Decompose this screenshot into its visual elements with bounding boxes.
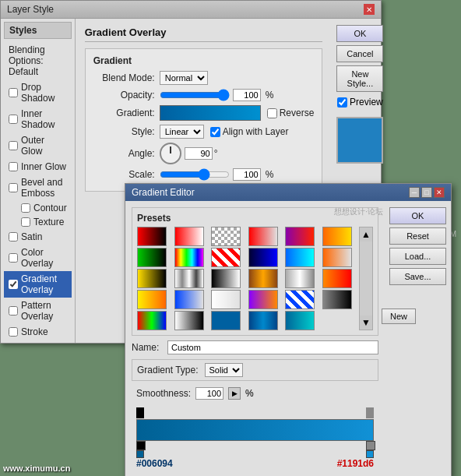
color-stops-labels-row: #006094 #1191d6 [132,457,378,471]
preset-swatch-11[interactable] [285,248,315,267]
sidebar-item-blending-options[interactable]: Blending Options: Default [4,42,72,79]
drop-shadow-checkbox[interactable] [9,88,18,97]
preview-checkbox[interactable] [337,97,347,108]
drop-shadow-label: Drop Shadow [21,82,67,104]
preset-swatch-12[interactable] [322,248,352,267]
reverse-checkbox[interactable] [267,108,277,118]
sidebar-item-drop-shadow[interactable]: Drop Shadow [4,79,72,106]
gradient-section-title: Gradient [93,55,315,66]
name-input[interactable] [167,340,378,354]
preset-swatch-29[interactable] [285,311,315,330]
opacity-value-input[interactable] [233,89,261,101]
sidebar-item-stroke[interactable]: Stroke [4,324,72,340]
contour-checkbox[interactable] [21,203,30,213]
align-with-layer-checkbox[interactable] [210,127,220,137]
sidebar-item-contour[interactable]: Contour [4,201,72,215]
reverse-label: Reverse [280,108,315,118]
preset-swatch-26[interactable] [174,311,204,330]
presets-scroll-up[interactable]: ▲ [360,227,372,242]
dialog-close-button[interactable]: ✕ [364,4,375,15]
ge-close-button[interactable]: ✕ [434,187,445,198]
scale-value-input[interactable] [233,168,261,181]
preset-swatch-5[interactable] [285,227,315,246]
presets-scroll-down[interactable]: ▼ [360,316,372,330]
stroke-checkbox[interactable] [9,327,18,337]
preset-swatch-10[interactable] [248,248,278,267]
ge-maximize-button[interactable]: □ [421,187,432,198]
smoothness-input[interactable] [195,387,223,400]
preset-swatch-25[interactable] [137,311,167,330]
outer-glow-checkbox[interactable] [9,141,18,150]
blend-mode-select[interactable]: Normal [160,71,208,85]
blending-options-label: Blending Options: Default [9,44,67,77]
satin-checkbox[interactable] [9,232,18,242]
opacity-slider[interactable] [160,90,230,100]
bevel-emboss-label: Bevel and Emboss [21,177,67,199]
gradient-bar[interactable] [136,419,374,441]
preset-swatch-9[interactable] [211,248,241,267]
sidebar-item-texture[interactable]: Texture [4,215,72,229]
sidebar-item-gradient-overlay[interactable]: Gradient Overlay [4,271,72,298]
preset-swatch-14[interactable] [174,269,204,288]
preset-swatch-21[interactable] [211,290,241,309]
preset-swatch-24[interactable] [322,290,352,309]
gradient-overlay-label: Gradient Overlay [21,273,67,295]
preset-swatch-13[interactable] [137,269,167,288]
sidebar-item-bevel-emboss[interactable]: Bevel and Emboss [4,175,72,201]
angle-dial[interactable] [160,143,181,164]
opacity-stop-left[interactable] [136,407,144,418]
preset-swatch-28[interactable] [248,311,278,330]
ge-minimize-button[interactable]: ─ [409,187,420,198]
gradient-type-row: Gradient Type: Solid [132,359,378,381]
preset-swatch-27[interactable] [211,311,241,330]
preset-swatch-18[interactable] [322,269,352,288]
sidebar-item-inner-shadow[interactable]: Inner Shadow [4,106,72,132]
scale-slider[interactable] [160,169,230,180]
inner-shadow-label: Inner Shadow [21,108,67,130]
preset-swatch-23[interactable] [285,290,315,309]
ge-save-button[interactable]: Save... [389,268,446,285]
ge-load-button[interactable]: Load... [389,248,446,265]
preset-swatch-19[interactable] [137,290,167,309]
smoothness-label: Smoothness: [136,388,191,399]
gradient-overlay-checkbox[interactable] [9,280,18,289]
ge-new-gradient-button[interactable]: New [382,309,416,324]
gradient-preview-bar[interactable] [160,105,261,121]
color-stop-right[interactable] [366,441,374,452]
cancel-button[interactable]: Cancel [336,45,383,62]
angle-value-input[interactable] [185,147,213,160]
sidebar-item-inner-glow[interactable]: Inner Glow [4,159,72,175]
pattern-overlay-checkbox[interactable] [9,306,18,316]
gradient-type-select[interactable]: Solid [205,363,243,377]
preset-swatch-2[interactable] [174,227,204,246]
preset-swatch-1[interactable] [137,227,167,246]
preset-swatch-20[interactable] [174,290,204,309]
preset-swatch-17[interactable] [285,269,315,288]
preset-swatch-22[interactable] [248,290,278,309]
new-style-button[interactable]: New Style... [336,65,383,92]
bevel-emboss-checkbox[interactable] [9,183,18,192]
ok-button[interactable]: OK [336,25,383,42]
preset-swatch-4[interactable] [248,227,278,246]
sidebar-item-outer-glow[interactable]: Outer Glow [4,132,72,159]
preset-swatch-8[interactable] [174,248,204,267]
preset-swatch-15[interactable] [211,269,241,288]
ge-ok-button[interactable]: OK [389,207,446,224]
preset-swatch-7[interactable] [137,248,167,267]
preset-swatch-6[interactable] [322,227,352,246]
sidebar-item-color-overlay[interactable]: Color Overlay [4,245,72,271]
ge-titlebar-buttons: ─ □ ✕ [409,187,445,198]
preset-swatch-16[interactable] [248,269,278,288]
style-select[interactable]: Linear [160,125,204,139]
inner-glow-checkbox[interactable] [9,162,18,171]
sidebar-item-satin[interactable]: Satin [4,229,72,245]
opacity-stop-right[interactable] [366,407,374,418]
smoothness-increment-button[interactable]: ▶ [228,387,241,400]
ge-reset-button[interactable]: Reset [389,227,446,245]
inner-shadow-checkbox[interactable] [9,115,18,124]
color-overlay-checkbox[interactable] [9,253,18,263]
color-stop-left[interactable] [136,441,144,452]
sidebar-item-pattern-overlay[interactable]: Pattern Overlay [4,298,72,324]
preset-swatch-3[interactable] [211,227,241,246]
texture-checkbox[interactable] [21,217,30,227]
